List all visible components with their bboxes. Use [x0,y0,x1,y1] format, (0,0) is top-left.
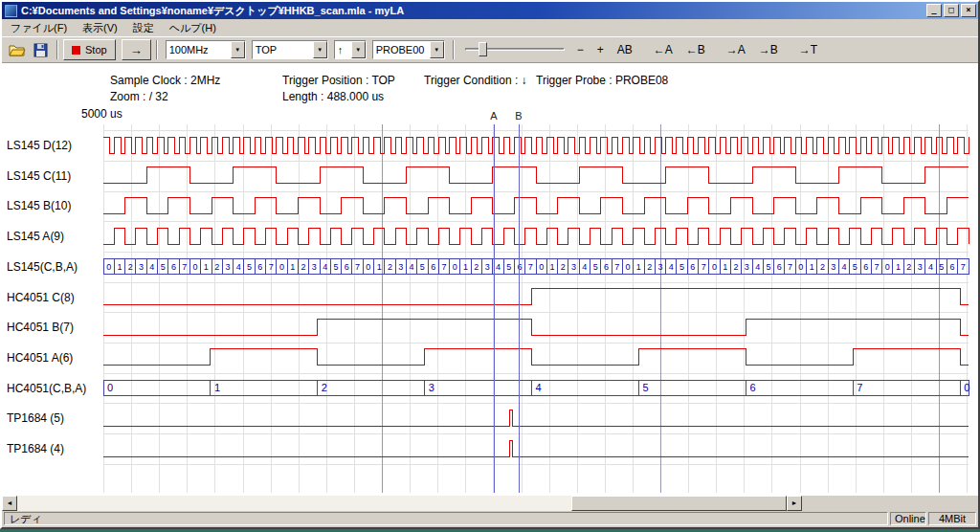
svg-text:6: 6 [604,262,609,272]
trigger-position-select[interactable]: TOP ▼ [252,40,328,59]
svg-text:4: 4 [582,262,587,272]
run-arrow-icon: → [130,43,143,57]
status-online: Online [890,512,926,525]
svg-text:7: 7 [614,262,619,272]
run-button[interactable]: → [122,39,151,60]
svg-text:1: 1 [214,382,220,393]
chevron-down-icon[interactable]: ▼ [351,41,366,58]
menu-help[interactable]: ヘルプ(H) [162,19,224,37]
svg-text:4: 4 [323,262,327,272]
chevron-down-icon[interactable]: ▼ [231,41,245,58]
save-button[interactable] [29,39,52,60]
goto-b-right-button[interactable]: →B [754,40,783,59]
minimize-button[interactable]: _ [926,4,942,17]
waveform-plot[interactable]: 0123456701234567012345670123456701234567… [2,63,978,496]
svg-text:0: 0 [539,262,544,272]
trigger-probe-select[interactable]: PROBE00 ▼ [372,40,445,59]
goto-a-left-button[interactable]: ←A [649,40,678,59]
svg-text:1: 1 [810,262,814,272]
svg-text:1: 1 [463,262,468,272]
svg-text:6: 6 [863,262,868,272]
svg-text:2: 2 [388,262,392,272]
toolbar: Stop → 100MHz ▼ TOP ▼ ↑ ▼ PROBE00 ▼ − + … [2,36,978,63]
svg-text:2: 2 [214,262,219,272]
horizontal-scrollbar[interactable]: ◄ ► [2,496,978,511]
svg-text:1: 1 [896,262,901,272]
svg-text:6: 6 [345,262,349,272]
svg-text:5: 5 [333,262,338,272]
svg-text:5: 5 [420,262,425,272]
svg-text:3: 3 [657,262,662,272]
trigger-edge-select[interactable]: ↑ ▼ [334,40,367,59]
open-folder-icon [9,43,26,56]
svg-text:2: 2 [561,262,566,272]
stop-button[interactable]: Stop [63,39,116,60]
scroll-left-button[interactable]: ◄ [2,496,17,511]
svg-text:3: 3 [831,262,835,272]
open-button[interactable] [6,39,29,60]
svg-text:7: 7 [702,262,706,272]
close-button[interactable]: × [961,4,976,17]
zoom-in-button[interactable]: + [592,40,609,59]
app-icon [5,5,17,17]
toolbar-separator [156,40,158,59]
svg-text:7: 7 [182,262,187,272]
menu-file[interactable]: ファイル(F) [3,19,75,37]
svg-text:7: 7 [441,262,446,272]
svg-text:7: 7 [961,262,966,272]
svg-text:0: 0 [885,262,890,272]
svg-text:A: A [490,110,498,122]
svg-text:7: 7 [874,262,879,272]
chevron-down-icon[interactable]: ▼ [430,41,444,58]
slider-thumb[interactable] [479,42,487,56]
svg-text:4: 4 [236,262,241,272]
svg-text:5: 5 [643,382,649,393]
ab-button[interactable]: AB [612,40,637,59]
toolbar-separator [56,40,58,59]
titlebar: C:¥Documents and Settings¥noname¥デスクトップ¥… [2,2,978,19]
zoom-slider[interactable] [465,39,565,60]
maximize-button[interactable]: □ [944,4,959,17]
svg-text:3: 3 [745,262,749,272]
svg-text:3: 3 [429,382,434,393]
svg-text:1: 1 [723,262,727,272]
svg-text:6: 6 [257,262,262,272]
svg-text:3: 3 [139,262,144,272]
goto-a-right-button[interactable]: →A [722,40,750,59]
svg-text:0: 0 [106,262,111,272]
stop-icon [72,46,80,55]
svg-text:0: 0 [279,262,284,272]
svg-text:3: 3 [398,262,403,272]
svg-text:2: 2 [301,262,306,272]
goto-b-left-button[interactable]: ←B [681,40,710,59]
svg-text:1: 1 [117,262,122,272]
menu-settings[interactable]: 設定 [125,19,162,37]
svg-text:1: 1 [377,262,382,272]
svg-text:7: 7 [355,262,360,272]
svg-text:0: 0 [366,262,370,272]
svg-text:1: 1 [290,262,295,272]
svg-text:6: 6 [777,262,782,272]
status-memory: 4MBit [928,512,976,525]
scroll-right-button[interactable]: ► [787,496,802,511]
menu-view[interactable]: 表示(V) [75,19,125,37]
scrollbar-thumb[interactable] [571,496,787,511]
status-ready: レディ [4,512,888,525]
svg-text:2: 2 [474,262,479,272]
svg-text:5: 5 [247,262,252,272]
svg-text:4: 4 [755,262,760,272]
svg-text:5: 5 [161,262,166,272]
sample-clock-select[interactable]: 100MHz ▼ [166,40,246,59]
svg-text:B: B [515,110,522,122]
svg-text:0: 0 [798,262,803,272]
zoom-out-button[interactable]: − [572,40,589,59]
chevron-down-icon[interactable]: ▼ [313,41,327,58]
svg-text:4: 4 [928,262,933,272]
goto-trigger-button[interactable]: →T [794,40,822,59]
svg-text:1: 1 [204,262,209,272]
svg-text:2: 2 [906,262,911,272]
svg-text:0: 0 [193,262,198,272]
svg-text:0: 0 [964,382,969,393]
svg-text:2: 2 [820,262,825,272]
waveform-workspace: Sample Clock : 2MHz Trigger Position : T… [2,63,978,496]
